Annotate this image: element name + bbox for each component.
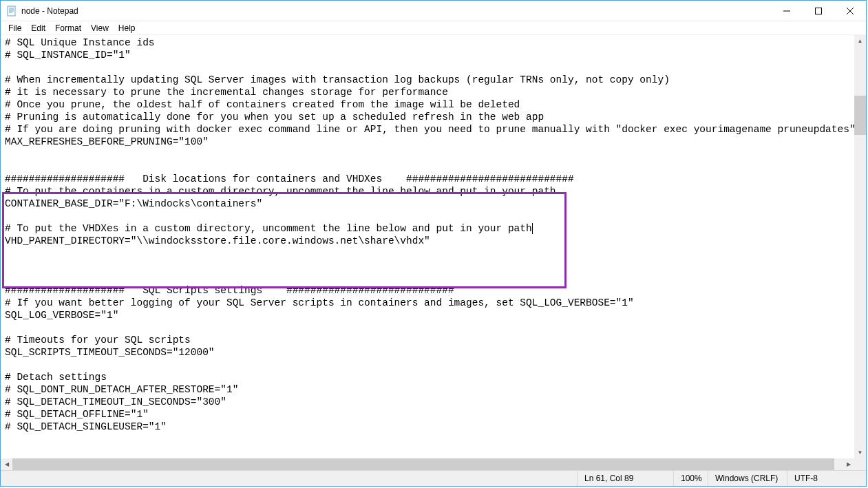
editor-line (5, 259, 851, 272)
editor-line (5, 160, 851, 173)
horizontal-scrollbar[interactable]: ◀ ▶ (1, 458, 854, 470)
editor-line (5, 61, 851, 74)
status-position: Ln 61, Col 89 (577, 471, 673, 486)
editor-line: # SQL Unique Instance ids (5, 36, 851, 49)
editor-line (5, 359, 851, 371)
editor-line: MAX_REFRESHES_BEFORE_PRUNING="100" (5, 136, 851, 148)
window-controls (771, 1, 866, 21)
editor-line: # Once you prune, the oldest half of con… (5, 98, 851, 111)
title-bar[interactable]: node - Notepad (1, 1, 866, 21)
vertical-scrollbar[interactable]: ▲ ▼ (854, 35, 866, 458)
editor-line (5, 247, 851, 259)
editor-line: # it is necessary to prune the increment… (5, 86, 851, 98)
notepad-icon (6, 6, 17, 17)
scroll-right-button[interactable]: ▶ (843, 458, 854, 470)
editor-line: # SQL_DONT_RUN_DETACH_AFTER_RESTORE="1" (5, 383, 851, 396)
menu-file[interactable]: File (3, 22, 26, 34)
menu-view[interactable]: View (86, 22, 114, 34)
editor-line: # If you are doing pruning with docker e… (5, 123, 851, 136)
minimize-button[interactable] (771, 1, 803, 21)
status-bar: Ln 61, Col 89 100% Windows (CRLF) UTF-8 (1, 470, 866, 486)
editor-line: # Pruning is automatically done for you … (5, 111, 851, 123)
editor-line (5, 148, 851, 160)
status-encoding: UTF-8 (787, 471, 866, 486)
svg-rect-6 (816, 8, 822, 14)
editor-line (5, 210, 851, 222)
editor-line: # To put the containers in a custom dire… (5, 185, 851, 198)
editor-line: # Detach settings (5, 371, 851, 383)
editor-line: # To put the VHDXes in a custom director… (5, 222, 851, 235)
vertical-scroll-thumb[interactable] (854, 96, 866, 135)
editor-line (5, 272, 851, 284)
editor-line: #################### SQL Scripts setting… (5, 284, 851, 297)
menu-bar: File Edit Format View Help (1, 21, 866, 35)
scrollbar-corner (854, 458, 866, 470)
horizontal-scroll-thumb[interactable] (12, 458, 834, 470)
scroll-left-button[interactable]: ◀ (1, 458, 12, 470)
editor-line: SQL_SCRIPTS_TIMEOUT_SECONDS="12000" (5, 346, 851, 359)
editor-line: SQL_LOG_VERBOSE="1" (5, 309, 851, 321)
scroll-down-button[interactable]: ▼ (854, 447, 866, 458)
maximize-button[interactable] (803, 1, 834, 21)
editor-line: # If you want better logging of your SQL… (5, 297, 851, 309)
editor-line (5, 445, 851, 458)
menu-edit[interactable]: Edit (26, 22, 50, 34)
window-title: node - Notepad (21, 6, 78, 16)
scroll-up-button[interactable]: ▲ (854, 35, 866, 47)
editor-line (5, 433, 851, 445)
editor-line: VHD_PARENT_DIRECTORY="\\windocksstore.fi… (5, 235, 851, 247)
editor-line: # SQL_INSTANCE_ID="1" (5, 49, 851, 61)
editor-line: # Timeouts for your SQL scripts (5, 334, 851, 346)
close-button[interactable] (834, 1, 866, 21)
notepad-window: node - Notepad File Edit Format View Hel… (0, 0, 867, 487)
editor-line: # SQL_DETACH_OFFLINE="1" (5, 408, 851, 421)
text-caret (532, 223, 533, 234)
editor-line (5, 321, 851, 334)
editor-line: # SQL_DETACH_TIMEOUT_IN_SECONDS="300" (5, 396, 851, 408)
menu-help[interactable]: Help (114, 22, 140, 34)
status-line-ending: Windows (CRLF) (708, 471, 787, 486)
editor-line: # When incrementally updating SQL Server… (5, 74, 851, 86)
editor-line: CONTAINER_BASE_DIR="F:\Windocks\containe… (5, 198, 851, 210)
editor-line: # SQL_DETACH_SINGLEUSER="1" (5, 421, 851, 433)
text-editor[interactable]: # SQL Unique Instance ids# SQL_INSTANCE_… (1, 35, 854, 458)
editor-line: #################### Disk locations for … (5, 173, 851, 185)
status-zoom: 100% (673, 471, 708, 486)
menu-format[interactable]: Format (50, 22, 86, 34)
content-area: # SQL Unique Instance ids# SQL_INSTANCE_… (1, 35, 866, 470)
